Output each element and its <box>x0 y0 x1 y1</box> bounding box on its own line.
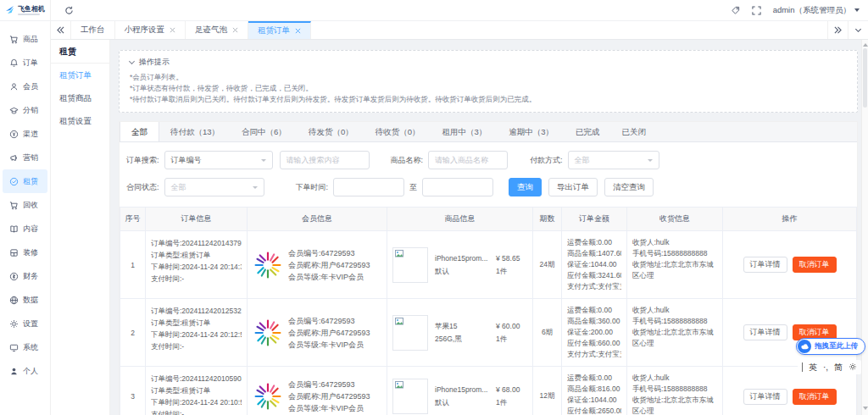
product-image <box>392 247 428 283</box>
scrollbar-up-icon[interactable] <box>863 43 868 47</box>
ime-cursor-icon <box>802 362 803 372</box>
order-detail-button[interactable]: 订单详情 <box>743 389 787 405</box>
content-book-icon <box>9 224 19 234</box>
order-time-label: 下单时间: <box>296 182 329 193</box>
product-name-label: 商品名称: <box>391 155 424 166</box>
tab-miniprogram-settings[interactable]: 小程序设置 <box>115 21 186 39</box>
ime-mode-toggle[interactable]: 简 <box>834 362 843 374</box>
sidebar-item-recycle[interactable]: 回收 <box>3 193 47 217</box>
submenu-item-rental-orders[interactable]: 租赁订单 <box>51 64 109 86</box>
broken-image-icon <box>395 250 403 258</box>
sidebar-item-data[interactable]: 数据 <box>3 288 47 312</box>
top-bar: 飞鱼相机 admin（系统管理员） <box>0 0 868 21</box>
contract-status-select[interactable]: 全部 <box>164 178 264 196</box>
order-detail-button[interactable]: 订单详情 <box>743 257 787 273</box>
tips-title: 操作提示 <box>139 57 170 68</box>
member-icon <box>9 82 19 91</box>
pay-method-select[interactable]: 全部 <box>568 151 659 169</box>
sidebar-item-settings[interactable]: 设置 <box>3 312 47 335</box>
tabs-dropdown-icon[interactable] <box>848 21 868 39</box>
sidebar-item-label: 数据 <box>23 295 38 306</box>
cell-order-amount: 运费金额:0.00 商品金额:816.00 保证金:1044.00 应付金额:2… <box>562 367 627 415</box>
clear-search-button[interactable]: 清空查询 <box>604 178 654 196</box>
status-tab-pending-payment[interactable]: 待付款（13） <box>159 122 231 141</box>
user-menu[interactable]: admin（系统管理员） <box>773 5 860 16</box>
scrollbar-down-icon[interactable] <box>863 407 868 410</box>
tab-rental-orders[interactable]: 租赁订单 <box>248 21 311 39</box>
cell-order-amount: 运费金额:0.00 商品金额:360.00 保证金:200.00 应付金额:66… <box>562 299 627 366</box>
order-search-type-select[interactable]: 订单编号 <box>164 151 273 169</box>
ime-punctuation-toggle[interactable]: ·, <box>823 362 828 372</box>
product-name-input[interactable] <box>428 151 508 169</box>
tips-line: *会员订单列表。 <box>130 72 847 83</box>
order-time-start-input[interactable] <box>333 178 404 196</box>
tab-workbench[interactable]: 工作台 <box>71 21 115 39</box>
cell-delivery-info: 收货人:hulk 手机号码:15888888888 收货地址:北京北京市东城区心… <box>627 367 723 415</box>
refresh-icon[interactable] <box>64 6 74 15</box>
collapse-tabs-icon[interactable] <box>51 21 71 39</box>
sidebar-item-label: 商品 <box>23 34 38 45</box>
distribution-icon <box>9 106 19 115</box>
scrollbar-thumb[interactable] <box>863 48 867 108</box>
broken-image-icon <box>395 381 403 390</box>
sidebar-item-decoration[interactable]: 装修 <box>3 241 47 264</box>
fullscreen-icon[interactable] <box>752 6 761 15</box>
tab-footprint-bubble[interactable]: 足迹气泡 <box>186 21 248 39</box>
page-scrollbar[interactable] <box>861 40 868 415</box>
col-header-actions: 操作 <box>723 208 856 230</box>
sidebar-item-personal[interactable]: 个人 <box>3 359 47 383</box>
status-tab-overdue[interactable]: 逾期中（3） <box>498 122 565 141</box>
tabs-forward-icon[interactable] <box>827 21 848 39</box>
sidebar-item-distribution[interactable]: 分销 <box>3 98 47 122</box>
status-tab-to-receive[interactable]: 待收货（0） <box>364 122 431 141</box>
to-label: 至 <box>409 182 417 193</box>
tag-icon[interactable] <box>731 6 740 15</box>
sidebar-item-rental[interactable]: 租赁 <box>3 169 47 193</box>
ime-language-toggle[interactable]: 英 <box>809 362 817 374</box>
export-orders-button[interactable]: 导出订单 <box>548 178 598 196</box>
sidebar-item-label: 会员 <box>23 81 38 92</box>
sidebar-item-marketing[interactable]: 营销 <box>3 146 47 169</box>
tab-close-icon[interactable] <box>170 27 175 33</box>
drag-upload-button[interactable]: 拖拽至此上传 <box>796 338 865 355</box>
status-tab-to-ship[interactable]: 待发货（0） <box>298 122 364 141</box>
search-button[interactable]: 查询 <box>509 178 542 196</box>
ime-settings-icon[interactable] <box>849 362 857 373</box>
cell-periods: 12期 <box>533 367 562 415</box>
tips-header[interactable]: 操作提示 <box>130 57 847 68</box>
sidebar-item-channels[interactable]: 渠道 <box>3 122 47 146</box>
order-detail-button[interactable]: 订单详情 <box>743 324 787 340</box>
col-header-amount: 订单金额 <box>562 208 627 230</box>
sidebar-item-orders[interactable]: 订单 <box>3 51 47 75</box>
brand-logo[interactable]: 飞鱼相机 <box>0 0 51 20</box>
cell-product-info: iPhone15prom...¥ 58.65 默认1件 <box>387 231 533 298</box>
tab-label: 租赁订单 <box>258 25 290 36</box>
order-search-label: 订单搜索: <box>126 155 159 166</box>
cell-product-info: 苹果15¥ 60.00 256G,黑1件 <box>387 299 533 366</box>
submenu-item-rental-goods[interactable]: 租赁商品 <box>51 86 109 109</box>
order-search-input[interactable] <box>280 151 370 169</box>
cell-member-info: 会员编号:64729593 会员昵称:用户64729593 会员等级:年卡VIP… <box>248 299 387 366</box>
goods-cart-icon <box>9 35 19 44</box>
product-image <box>392 379 428 414</box>
status-tab-in-contract[interactable]: 合同中（6） <box>231 122 298 141</box>
sidebar-item-content[interactable]: 内容 <box>3 217 47 241</box>
tab-close-icon[interactable] <box>232 27 238 33</box>
cancel-order-button[interactable]: 取消订单 <box>793 257 837 273</box>
status-tab-all[interactable]: 全部 <box>120 122 159 141</box>
cell-delivery-info: 收货人:hulk 手机号码:15888888888 收货地址:北京北京市东城区心… <box>627 299 723 366</box>
ime-toolbar[interactable]: 英 ·, 简 <box>798 360 861 374</box>
status-tab-completed[interactable]: 已完成 <box>565 122 611 141</box>
cancel-order-button[interactable]: 取消订单 <box>793 389 837 405</box>
tab-close-icon[interactable] <box>295 28 301 34</box>
sidebar-item-goods[interactable]: 商品 <box>3 27 47 51</box>
sidebar-item-system[interactable]: 系统 <box>3 335 47 359</box>
order-time-end-input[interactable] <box>422 178 493 196</box>
sidebar-item-members[interactable]: 会员 <box>3 75 47 98</box>
member-avatar <box>253 381 283 412</box>
status-tab-renting[interactable]: 租用中（3） <box>431 122 498 141</box>
cell-index: 1 <box>120 231 146 298</box>
sidebar-item-finance[interactable]: 财务 <box>3 264 47 288</box>
submenu-item-rental-settings[interactable]: 租赁设置 <box>51 109 109 132</box>
status-tab-closed[interactable]: 已关闭 <box>611 122 658 141</box>
